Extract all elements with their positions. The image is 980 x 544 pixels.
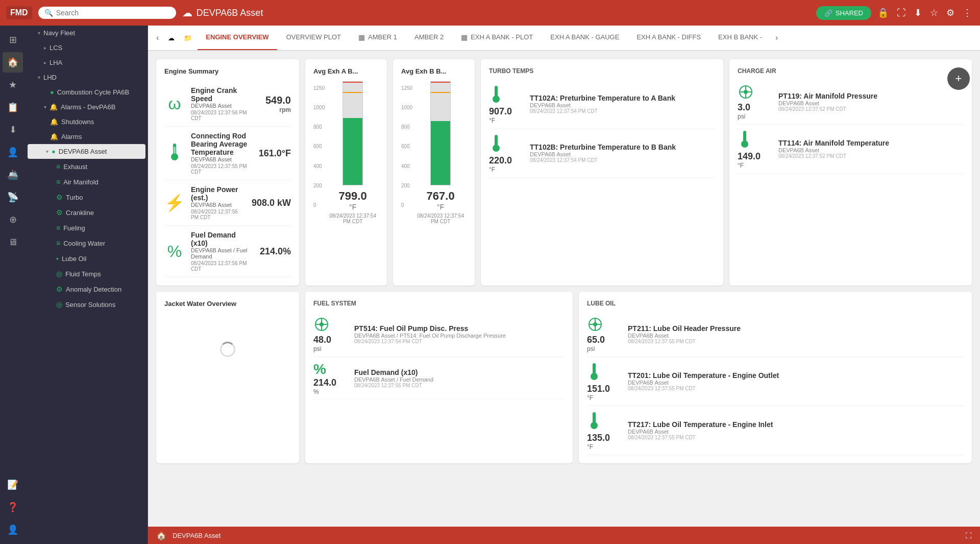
fluid-temps-icon: ◎ (56, 270, 62, 278)
crank-speed-value: 549.0 rpm (260, 94, 291, 113)
tab-engine-overview[interactable]: ENGINE OVERVIEW (198, 26, 277, 51)
sidebar-icon-layers[interactable]: ⊕ (3, 209, 23, 230)
svg-rect-11 (743, 131, 746, 142)
sidebar-item-lha[interactable]: ▸ LHA (26, 55, 148, 70)
tt114-value-block: 149.0 °F (738, 129, 773, 169)
shared-button[interactable]: 🔗 SHARED (816, 6, 871, 20)
tab-amber2-label: AMBER 2 (414, 33, 444, 41)
tab-exh-a-gauge[interactable]: EXH A BANK - GAUGE (542, 26, 627, 51)
sidebar-item-exhaust[interactable]: ≡ Exhaust (26, 159, 148, 174)
jacket-water-loading (164, 314, 291, 385)
tt201-value-block: 151.0 °F (587, 361, 623, 401)
add-panel-button[interactable]: + (947, 67, 970, 90)
anomaly-icon: ⚙ (56, 285, 63, 293)
sidebar-item-fluid-temps[interactable]: ◎ Fluid Temps (26, 266, 148, 281)
chart-a-values: 799.0 °F 08/24/2023 12:37:54 PM CDT (327, 190, 379, 224)
sidebar-item-crankline[interactable]: ⚙ Crankline (26, 205, 148, 220)
cloud-view-button[interactable]: ☁ (164, 32, 179, 44)
search-box[interactable]: 🔍 (38, 7, 176, 19)
sidebar-item-alarms-dev[interactable]: ▾ 🔔 Alarms - DevPA6B (26, 100, 148, 114)
chart-a-yellow-line (343, 92, 362, 93)
sidebar-item-lhd[interactable]: ▾ LHD (26, 70, 148, 85)
tab-exh-a-plot[interactable]: ▦ EXH A BANK - PLOT (453, 26, 541, 51)
crank-speed-info: Engine Crank Speed DEVPA6B Asset 08/24/2… (191, 86, 254, 121)
tab-next-button[interactable]: › (771, 31, 782, 44)
sidebar-icon-home[interactable]: 🏠 (3, 52, 23, 73)
fueling-icon: ≡ (56, 224, 60, 232)
sidebar-item-cooling-water[interactable]: ≡ Cooling Water (26, 235, 148, 251)
tab-amber2[interactable]: AMBER 2 (406, 26, 452, 51)
turbo-temps-title: Turbo Temps (489, 67, 715, 75)
more-icon[interactable]: ⋮ (961, 5, 974, 20)
bell-alarms-icon: 🔔 (50, 133, 58, 140)
sidebar-item-anomaly-detection[interactable]: ⚙ Anomaly Detection (26, 281, 148, 297)
fuel-demand-sub: DEVPA6B Asset / Fuel Demand (191, 247, 254, 259)
sidebar-icon-radar[interactable]: 📡 (3, 187, 23, 207)
pt211-unit: psi (587, 345, 623, 352)
sidebar-lcs-label: LCS (50, 44, 62, 52)
sidebar-icon-star[interactable]: ★ (3, 75, 23, 95)
chart-a-bar-bg (342, 81, 363, 185)
tt114-time: 08/24/2023 12:37:52 PM CDT (778, 153, 964, 159)
sidebar-item-sensor-solutions[interactable]: ◎ Sensor Solutions (26, 297, 148, 312)
svg-rect-23 (593, 412, 596, 423)
sidebar-item-lcs[interactable]: ▸ LCS (26, 40, 148, 55)
sidebar-item-shutdowns[interactable]: 🔔 Shutdowns (26, 114, 148, 129)
chevron-down-icon-lhd: ▾ (38, 75, 40, 80)
sidebar-icon-user[interactable]: 👤 (3, 519, 23, 540)
bottom-asset-label: DEVPA6B Asset (173, 532, 220, 539)
tab-exh-a-diffs[interactable]: EXH A BANK - DIFFS (628, 26, 709, 51)
sidebar-icon-download[interactable]: ⬇ (3, 120, 23, 140)
sidebar-icon-clipboard[interactable]: 📋 (3, 97, 23, 117)
sidebar-item-navy-fleet[interactable]: ▾ Navy Fleet (26, 26, 148, 40)
file-view-button[interactable]: 📁 (180, 32, 197, 44)
sidebar-item-combustion[interactable]: ● Combustion Cycle PA6B (26, 85, 148, 100)
svg-rect-21 (593, 363, 596, 374)
table-icon-exha-plot: ▦ (461, 33, 468, 41)
bottom-bar: 🏠 DEVPA6B Asset ⛶ (148, 527, 980, 544)
sidebar-icon-note[interactable]: 📝 (3, 475, 23, 495)
bookmark-icon[interactable]: ☆ (928, 5, 940, 20)
sidebar-item-alarms[interactable]: 🔔 Alarms (26, 129, 148, 144)
lock-icon[interactable]: 🔒 (875, 5, 891, 20)
tab-exh-a-plot-label: EXH A BANK - PLOT (471, 33, 533, 41)
chart-b-top-line (431, 82, 450, 83)
sidebar-icon-question[interactable]: ❓ (3, 497, 23, 517)
sidebar-icon-ship[interactable]: 🚢 (3, 164, 23, 185)
loading-spinner (220, 342, 235, 357)
crosshair-pt211-icon (587, 316, 603, 333)
sidebar-item-fueling[interactable]: ≡ Fueling (26, 220, 148, 235)
tt102b-value-block: 220.0 °F (489, 133, 525, 173)
sidebar-icon-grid[interactable]: ⊞ (3, 30, 23, 50)
chart-a-labels: 125010008006004002000 (313, 85, 327, 208)
tab-amber1[interactable]: ▦ AMBER 1 (350, 26, 405, 51)
topbar-title: ☁ DEVPA6B Asset (182, 7, 810, 19)
tab-overview-plot[interactable]: OVERVIEW PLOT (278, 26, 349, 51)
download-icon[interactable]: ⬇ (912, 5, 924, 20)
sidebar-icon-person[interactable]: 👤 (3, 142, 23, 162)
sidebar-combustion-label: Combustion Cycle PA6B (57, 88, 129, 96)
sidebar-item-devpa6b[interactable]: ▾ ● DEVPA6B Asset (28, 144, 145, 159)
svg-point-24 (591, 422, 598, 429)
sidebar-item-lube-oil[interactable]: ▪ Lube Oil (26, 251, 148, 266)
gear-icon[interactable]: ⚙ (944, 5, 957, 20)
tabs-bar: ‹ ☁ 📁 ENGINE OVERVIEW OVERVIEW PLOT ▦ AM… (148, 26, 980, 51)
power-name: Engine Power (est.) (191, 185, 246, 202)
expand-icon[interactable]: ⛶ (895, 6, 908, 20)
dashboard-content: Engine Summary ω Engine Crank Speed DEVP… (148, 51, 980, 527)
dashboard-row1: Engine Summary ω Engine Crank Speed DEVP… (156, 59, 972, 286)
pt211-value-block: 65.0 psi (587, 316, 623, 352)
jacket-water-title: Jacket Water Overview (164, 300, 291, 308)
sidebar-icon-monitor[interactable]: 🖥 (3, 232, 23, 252)
sidebar-item-turbo[interactable]: ⚙ Turbo (26, 190, 148, 205)
omega-icon: ω (164, 94, 185, 113)
tab-exh-b-bank[interactable]: EXH B BANK - (710, 26, 770, 51)
chart-b-date: 08/24/2023 12:37:54 PM CDT (414, 213, 467, 224)
sidebar-item-air-manifold[interactable]: ≡ Air Manifold (26, 174, 148, 190)
bottom-home-icon[interactable]: 🏠 (156, 531, 166, 540)
sidebar-crankline-label: Crankline (66, 209, 94, 217)
tab-prev-button[interactable]: ‹ (152, 31, 163, 44)
bottom-expand-icon[interactable]: ⛶ (965, 532, 972, 539)
fuel-demand2-val: 214.0 (313, 377, 349, 388)
search-input[interactable] (56, 9, 170, 17)
